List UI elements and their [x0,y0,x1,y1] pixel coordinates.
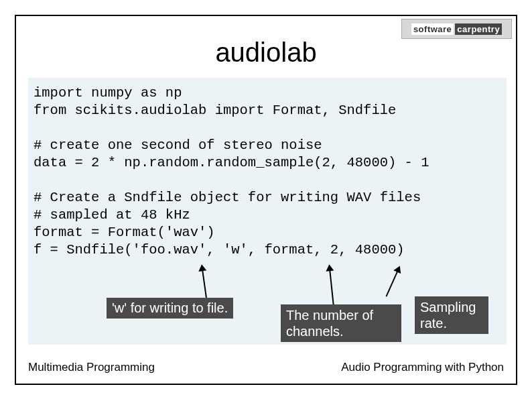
annotation-w: 'w' for writing to file. [107,298,233,319]
slide-frame: software carpentry audiolab import numpy… [15,15,517,385]
logo-right: carpentry [455,23,502,35]
footer-left: Multimedia Programming [28,361,155,374]
slide-title: audiolab [16,38,516,68]
software-carpentry-logo: software carpentry [401,19,512,39]
logo-left: software [411,23,454,35]
annotation-channels: The number of channels. [281,304,401,342]
footer-right: Audio Programming with Python [341,361,504,374]
annotation-sampling: Sampling rate. [415,296,488,334]
code-content: import numpy as np from scikits.audiolab… [34,84,501,259]
